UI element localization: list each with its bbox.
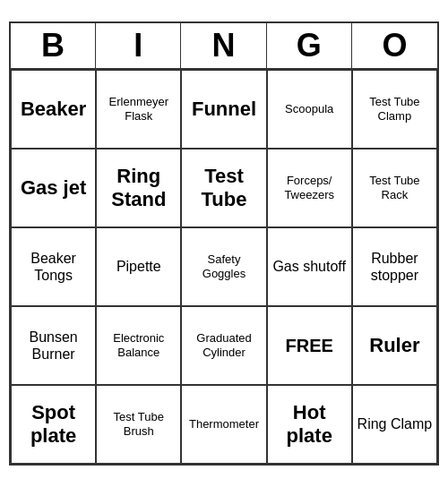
bingo-cell-12: Safety Goggles bbox=[181, 227, 266, 306]
bingo-cell-24: Ring Clamp bbox=[352, 385, 437, 464]
cell-text-1: Erlenmeyer Flask bbox=[100, 95, 177, 123]
cell-text-9: Test Tube Rack bbox=[357, 174, 433, 201]
bingo-cell-19: Ruler bbox=[352, 306, 437, 385]
cell-text-20: Spot plate bbox=[15, 401, 91, 449]
cell-text-22: Thermometer bbox=[189, 417, 259, 431]
bingo-cell-16: Electronic Balance bbox=[96, 306, 181, 385]
cell-text-5: Gas jet bbox=[21, 176, 86, 200]
bingo-cell-14: Rubber stopper bbox=[352, 227, 437, 306]
bingo-cell-18: FREE bbox=[267, 306, 352, 385]
cell-text-18: FREE bbox=[286, 335, 333, 356]
cell-text-21: Test Tube Brush bbox=[100, 410, 177, 438]
cell-text-6: Ring Stand bbox=[100, 165, 177, 212]
bingo-cell-17: Graduated Cylinder bbox=[181, 306, 266, 385]
header-letter-b: B bbox=[11, 23, 96, 68]
cell-text-14: Rubber stopper bbox=[357, 250, 433, 284]
cell-text-4: Test Tube Clamp bbox=[357, 95, 433, 123]
bingo-cell-7: Test Tube bbox=[181, 149, 266, 227]
cell-text-13: Gas shutoff bbox=[272, 258, 346, 275]
bingo-cell-10: Beaker Tongs bbox=[11, 227, 96, 306]
bingo-grid: BeakerErlenmeyer FlaskFunnelScoopulaTest… bbox=[11, 70, 437, 464]
bingo-cell-5: Gas jet bbox=[11, 149, 96, 227]
bingo-cell-13: Gas shutoff bbox=[267, 227, 352, 306]
bingo-cell-9: Test Tube Rack bbox=[352, 149, 437, 227]
bingo-cell-3: Scoopula bbox=[267, 70, 352, 149]
bingo-cell-0: Beaker bbox=[11, 70, 96, 149]
cell-text-19: Ruler bbox=[369, 334, 419, 357]
header-letter-o: O bbox=[352, 23, 437, 68]
bingo-cell-11: Pipette bbox=[96, 227, 181, 306]
cell-text-3: Scoopula bbox=[285, 102, 333, 116]
cell-text-24: Ring Clamp bbox=[358, 415, 433, 432]
cell-text-15: Bunsen Burner bbox=[15, 329, 91, 363]
header-letter-g: G bbox=[267, 23, 352, 68]
bingo-cell-2: Funnel bbox=[181, 70, 266, 149]
cell-text-0: Beaker bbox=[21, 98, 86, 121]
bingo-cell-1: Erlenmeyer Flask bbox=[96, 70, 181, 149]
bingo-card: BINGO BeakerErlenmeyer FlaskFunnelScoopu… bbox=[9, 21, 439, 466]
cell-text-12: Safety Goggles bbox=[185, 252, 262, 280]
cell-text-10: Beaker Tongs bbox=[15, 250, 91, 284]
cell-text-23: Hot plate bbox=[271, 401, 348, 449]
bingo-cell-6: Ring Stand bbox=[96, 149, 181, 227]
bingo-cell-23: Hot plate bbox=[267, 385, 352, 464]
bingo-cell-22: Thermometer bbox=[181, 385, 266, 464]
cell-text-7: Test Tube bbox=[185, 165, 262, 212]
bingo-cell-8: Forceps/ Tweezers bbox=[267, 149, 352, 227]
bingo-cell-15: Bunsen Burner bbox=[11, 306, 96, 385]
bingo-header: BINGO bbox=[11, 23, 437, 70]
cell-text-16: Electronic Balance bbox=[100, 331, 177, 359]
cell-text-8: Forceps/ Tweezers bbox=[271, 174, 348, 201]
cell-text-17: Graduated Cylinder bbox=[185, 331, 262, 359]
bingo-cell-20: Spot plate bbox=[11, 385, 96, 464]
bingo-cell-21: Test Tube Brush bbox=[96, 385, 181, 464]
cell-text-11: Pipette bbox=[116, 258, 161, 275]
bingo-cell-4: Test Tube Clamp bbox=[352, 70, 437, 149]
header-letter-i: I bbox=[96, 23, 181, 68]
header-letter-n: N bbox=[181, 23, 266, 68]
cell-text-2: Funnel bbox=[192, 98, 256, 121]
